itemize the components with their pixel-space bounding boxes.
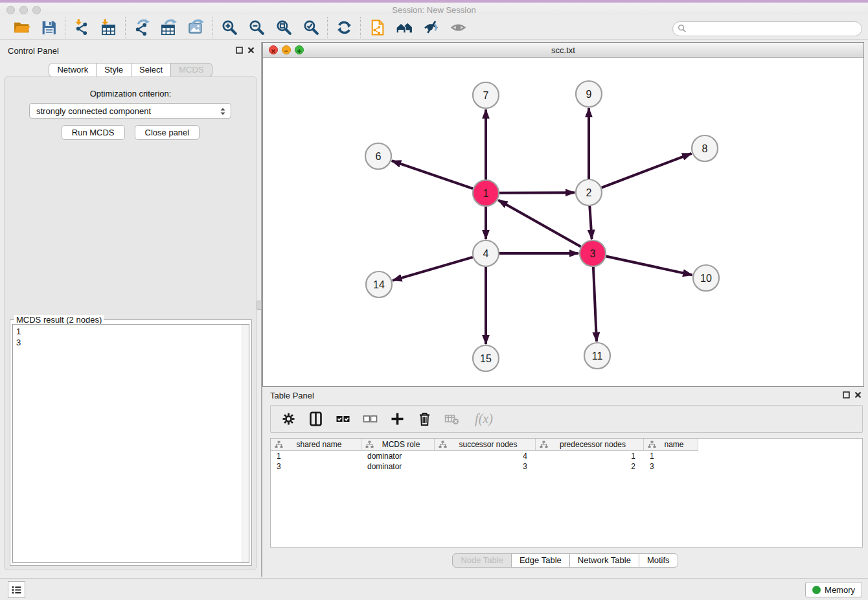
column-header-successor-nodes[interactable]: successor nodes (435, 439, 536, 451)
node-8[interactable]: 8 (692, 135, 718, 161)
node-11[interactable]: 11 (584, 343, 610, 369)
svg-text:2: 2 (586, 187, 592, 198)
column-header-MCDS-role[interactable]: MCDS role (361, 439, 435, 451)
clone-network-button[interactable] (367, 17, 387, 38)
zoom-fit-button[interactable] (273, 17, 294, 38)
table-cell[interactable]: 1 (536, 451, 644, 461)
table-cell[interactable]: dominator (361, 461, 435, 472)
close-table-panel-icon[interactable] (854, 391, 862, 398)
table-cell[interactable]: 3 (435, 461, 536, 472)
svg-text:3: 3 (590, 248, 596, 259)
memory-button[interactable]: Memory (805, 582, 862, 597)
edge-2-3[interactable] (589, 206, 591, 239)
close-panel-icon[interactable] (247, 47, 255, 54)
column-visibility-button[interactable] (307, 409, 324, 430)
open-session-button[interactable] (11, 17, 32, 38)
node-3[interactable]: 3 (580, 240, 606, 266)
node-15[interactable]: 15 (473, 345, 499, 371)
table-cell[interactable]: 1 (644, 451, 698, 461)
zoom-selected-button[interactable] (301, 17, 321, 38)
table-row[interactable]: 1dominator411 (271, 451, 862, 461)
search-box (672, 21, 862, 36)
result-scrollbar[interactable] (242, 325, 249, 562)
node-14[interactable]: 14 (366, 271, 392, 297)
svg-text:10: 10 (700, 273, 712, 284)
select-all-button[interactable] (334, 409, 351, 430)
zoom-out-button[interactable] (246, 17, 267, 38)
table-cell[interactable]: 1 (271, 451, 361, 461)
delete-row-button[interactable] (416, 409, 433, 430)
tab-network-table[interactable]: Network Table (569, 553, 639, 568)
node-10[interactable]: 10 (693, 265, 719, 291)
network-overview-button[interactable] (394, 17, 415, 38)
add-row-button[interactable] (389, 409, 405, 430)
edge-2-8[interactable] (602, 154, 692, 188)
svg-text:1: 1 (483, 188, 489, 199)
table-cell[interactable]: 3 (271, 461, 361, 472)
import-network-button[interactable] (71, 17, 92, 38)
search-input[interactable] (672, 21, 862, 36)
save-session-button[interactable] (38, 17, 59, 38)
edge-3-11[interactable] (593, 267, 597, 341)
column-header-predecessor-nodes[interactable]: predecessor nodes (536, 439, 644, 451)
edge-3-1[interactable] (498, 200, 581, 247)
network-canvas[interactable]: 7968124314101511 (263, 58, 863, 386)
vertical-splitter-grip[interactable] (257, 301, 262, 310)
table-cell[interactable]: 3 (644, 461, 698, 472)
table-cell[interactable]: 2 (536, 461, 644, 472)
node-4[interactable]: 4 (473, 240, 499, 266)
edge-4-14[interactable] (393, 257, 473, 281)
close-panel-button[interactable]: Close panel (135, 125, 200, 140)
unselect-all-button[interactable] (361, 409, 378, 430)
add-row-icon (390, 411, 405, 426)
save-session-icon (40, 19, 58, 36)
tab-mcds[interactable]: MCDS (170, 63, 212, 77)
task-history-button[interactable] (8, 581, 25, 598)
toggle-graphics-details-button[interactable] (421, 17, 442, 38)
node-2[interactable]: 2 (576, 179, 602, 205)
export-image-button[interactable] (186, 17, 207, 38)
table-cell[interactable]: dominator (361, 451, 435, 461)
search-icon (678, 24, 687, 33)
table-settings-button[interactable] (280, 409, 297, 430)
node-1[interactable]: 1 (473, 180, 499, 206)
window-title: Session: New Session (0, 5, 868, 15)
node-table[interactable]: shared nameMCDS rolesuccessor nodesprede… (270, 438, 863, 548)
tab-select[interactable]: Select (131, 63, 171, 77)
toggle-graphics-details-icon (423, 19, 440, 36)
table-settings-icon (281, 411, 296, 426)
node-9[interactable]: 9 (576, 81, 602, 107)
edge-3-10[interactable] (606, 256, 692, 275)
zoom-in-button[interactable] (219, 17, 240, 38)
edge-1-6[interactable] (392, 161, 473, 189)
node-7[interactable]: 7 (473, 82, 499, 108)
export-network-button[interactable] (131, 17, 152, 38)
refresh-layout-button[interactable] (334, 17, 354, 38)
float-panel-icon[interactable] (236, 47, 243, 54)
network-window-titlebar[interactable]: scc.txt (263, 43, 863, 58)
svg-text:15: 15 (480, 353, 492, 364)
node-6[interactable]: 6 (365, 143, 391, 169)
tab-motifs[interactable]: Motifs (639, 553, 678, 568)
tab-style[interactable]: Style (96, 63, 131, 77)
function-builder-button: f(x) (470, 409, 497, 430)
criterion-select[interactable]: strongly connected component (29, 103, 231, 119)
float-table-panel-icon[interactable] (843, 391, 850, 398)
network-overview-icon (396, 19, 413, 36)
network-graph[interactable]: 7968124314101511 (263, 58, 863, 387)
tab-network[interactable]: Network (49, 63, 97, 77)
import-table-button[interactable] (98, 17, 119, 38)
tab-node-table[interactable]: Node Table (452, 553, 512, 568)
mcds-result-text[interactable]: 13 (12, 324, 249, 563)
mcds-result-line: 3 (16, 337, 246, 348)
run-mcds-button[interactable]: Run MCDS (62, 125, 125, 140)
column-header-name[interactable]: name (644, 439, 698, 451)
column-header-shared-name[interactable]: shared name (271, 439, 361, 451)
show-hide-panel-button[interactable] (448, 17, 469, 38)
export-table-button[interactable] (159, 17, 179, 38)
table-row[interactable]: 3dominator323 (271, 461, 862, 472)
edge-1-2[interactable] (499, 192, 575, 193)
import-table-icon (100, 19, 118, 36)
tab-edge-table[interactable]: Edge Table (511, 553, 570, 568)
table-cell[interactable]: 4 (435, 451, 536, 461)
